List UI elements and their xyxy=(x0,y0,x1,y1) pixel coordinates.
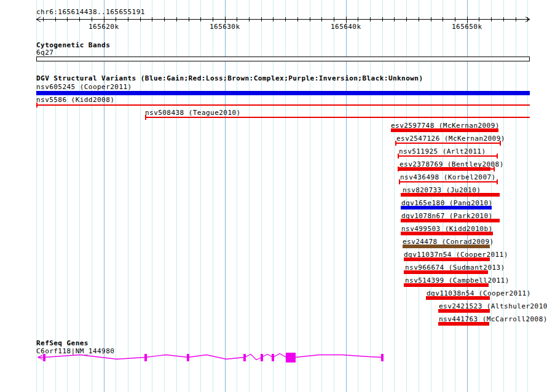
variant-bar-esv2378769[interactable] xyxy=(398,167,490,171)
ruler-left-arrow-icon xyxy=(36,17,41,22)
gene-exon-4[interactable] xyxy=(243,354,246,361)
region-label: chr6:165614438..165655191 xyxy=(36,8,145,16)
variant-bar-esv24478[interactable] xyxy=(403,245,490,248)
variant-label-nsv5586: nsv5586 (Kidd2008) xyxy=(36,96,114,104)
variant-right-cap-nsv436498 xyxy=(497,179,498,184)
variant-span-nsv508438[interactable] xyxy=(145,117,530,118)
refseq-track-title: RefSeq Genes xyxy=(36,339,89,347)
gene-strand-arrow-icon xyxy=(38,355,42,359)
variant-left-cap-nsv511925 xyxy=(398,154,399,159)
variant-bar-esv2421523[interactable] xyxy=(438,309,490,313)
variant-right-cap-nsv511925 xyxy=(497,154,498,159)
variant-bar-nsv605245[interactable] xyxy=(36,91,530,95)
variant-bar-dgv11037n54[interactable] xyxy=(404,257,490,261)
variant-left-cap-nsv508438 xyxy=(145,115,146,120)
ruler-tick-label: 165640k xyxy=(331,23,361,31)
variant-label-nsv508438: nsv508438 (Teague2010) xyxy=(145,109,241,117)
variant-left-cap-nsv5586 xyxy=(36,103,37,108)
variant-span-nsv511925[interactable] xyxy=(398,155,498,157)
variant-bar-nsv966674[interactable] xyxy=(404,270,488,274)
variant-left-cap-nsv436498 xyxy=(399,179,400,184)
variant-span-nsv436498[interactable] xyxy=(399,181,498,182)
variant-label-nsv605245: nsv605245 (Cooper2011) xyxy=(36,83,132,91)
variant-bar-nsv514399[interactable] xyxy=(404,283,489,287)
variant-left-cap-esv2547126 xyxy=(395,141,396,146)
variant-right-cap-esv2378769 xyxy=(494,167,495,171)
variant-bar-nsv499503[interactable] xyxy=(401,232,493,235)
variant-label-nsv511925: nsv511925 (Arlt2011) xyxy=(399,147,486,155)
ruler-tick-label: 165630k xyxy=(210,23,240,31)
ruler-axis xyxy=(0,0,547,37)
dgv-track-title: DGV Structural Variants (Blue:Gain;Red:L… xyxy=(36,74,423,82)
gene-label: C6orf118|NM_144980 xyxy=(36,347,114,355)
variant-bar-dgv11038n54[interactable] xyxy=(426,296,490,300)
variant-span-esv2547126[interactable] xyxy=(395,143,501,144)
genome-browser-view: chr6:165614438..165655191 165620k165630k… xyxy=(0,0,547,392)
variant-bar-nsv441763[interactable] xyxy=(438,322,489,326)
variant-label-nsv436498: nsv436498 (Korbel2007) xyxy=(400,173,496,181)
variant-label-esv2547126: esv2547126 (McKernan2009) xyxy=(396,135,505,143)
cytoband-band[interactable] xyxy=(36,57,530,61)
variant-bar-dgv165e180[interactable] xyxy=(401,206,492,210)
ruler-tick-label: 165650k xyxy=(452,23,482,31)
ruler-tick-label: 165620k xyxy=(89,23,119,31)
variant-right-cap-esv2547126 xyxy=(500,141,501,146)
gene-exon-7[interactable] xyxy=(286,353,296,363)
variant-bar-esv2597748[interactable] xyxy=(391,128,498,132)
gene-exon-2[interactable] xyxy=(144,354,147,361)
variant-bar-nsv820733[interactable] xyxy=(401,193,500,197)
cytoband-label: 6q27 xyxy=(36,49,53,57)
variant-bar-dgv1078n67[interactable] xyxy=(401,219,500,222)
variant-span-nsv5586[interactable] xyxy=(36,104,530,106)
